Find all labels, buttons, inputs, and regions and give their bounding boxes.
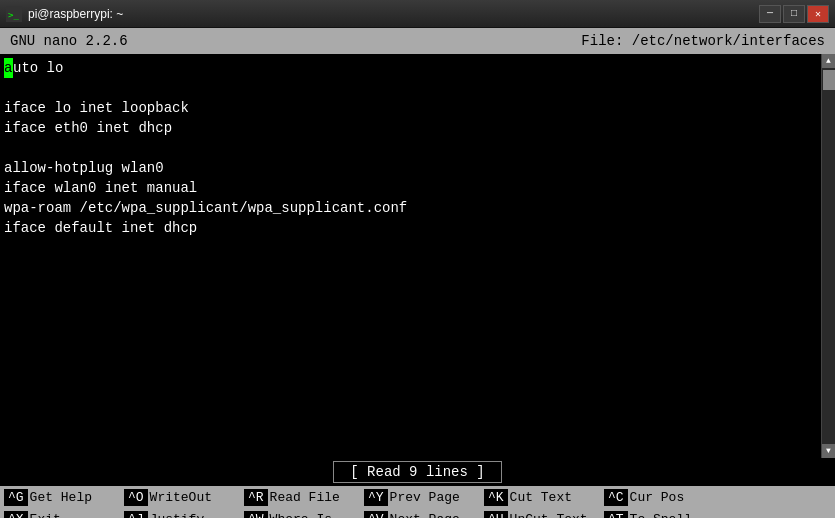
scrollbar-up-button[interactable]: ▲ [822,54,836,68]
editor-line: iface wlan0 inet manual [4,178,817,198]
shortcut-label: Cut Text [510,490,572,505]
shortcut-key: ^U [484,511,508,519]
shortcut-key: ^K [484,489,508,506]
editor-line: wpa-roam /etc/wpa_supplicant/wpa_supplic… [4,198,817,218]
shortcut-key: ^X [4,511,28,519]
title-bar-buttons: ─ □ ✕ [759,5,829,23]
shortcut-item[interactable]: ^O WriteOut [124,486,244,508]
shortcut-item[interactable]: ^J Justify [124,508,244,518]
editor-line: auto lo [4,58,817,78]
shortcut-key: ^O [124,489,148,506]
shortcut-key: ^W [244,511,268,519]
shortcut-item[interactable]: ^Y Prev Page [364,486,484,508]
status-bar: [ Read 9 lines ] [0,458,835,486]
close-button[interactable]: ✕ [807,5,829,23]
editor-area[interactable]: auto loiface lo inet loopbackiface eth0 … [0,54,835,458]
scrollbar-down-button[interactable]: ▼ [822,444,836,458]
nano-header: GNU nano 2.2.6 File: /etc/network/interf… [0,28,835,54]
shortcut-item[interactable]: ^K Cut Text [484,486,604,508]
shortcut-key: ^V [364,511,388,519]
shortcut-label: Read File [270,490,340,505]
shortcut-item[interactable]: ^T To Spell [604,508,724,518]
editor-content: auto loiface lo inet loopbackiface eth0 … [4,58,817,238]
shortcut-item[interactable]: ^W Where Is [244,508,364,518]
scrollbar: ▲ ▼ [821,54,835,458]
shortcut-item[interactable]: ^C Cur Pos [604,486,724,508]
editor-line: allow-hotplug wlan0 [4,158,817,178]
title-bar-text: pi@raspberrypi: ~ [28,7,123,21]
nano-filename: File: /etc/network/interfaces [581,33,825,49]
nano-version: GNU nano 2.2.6 [10,33,128,49]
shortcut-label: Next Page [390,512,460,519]
shortcut-key: ^R [244,489,268,506]
shortcut-label: Exit [30,512,61,519]
shortcut-key: ^C [604,489,628,506]
cursor: a [4,58,13,78]
scrollbar-thumb[interactable] [823,70,835,90]
editor-line [4,78,817,98]
shortcut-item[interactable]: ^R Read File [244,486,364,508]
shortcut-bar-1: ^G Get Help^O WriteOut^R Read File^Y Pre… [0,486,835,508]
shortcut-item[interactable]: ^U UnCut Text [484,508,604,518]
shortcut-key: ^G [4,489,28,506]
shortcut-label: Justify [150,512,205,519]
maximize-button[interactable]: □ [783,5,805,23]
shortcut-label: WriteOut [150,490,212,505]
shortcut-label: Prev Page [390,490,460,505]
shortcut-item[interactable]: ^V Next Page [364,508,484,518]
editor-line [4,138,817,158]
shortcut-key: ^J [124,511,148,519]
editor-line: iface default inet dhcp [4,218,817,238]
minimize-button[interactable]: ─ [759,5,781,23]
title-bar: >_ pi@raspberrypi: ~ ─ □ ✕ [0,0,835,28]
title-bar-left: >_ pi@raspberrypi: ~ [6,6,123,22]
terminal-icon: >_ [6,6,22,22]
svg-text:>_: >_ [8,10,19,20]
editor-line: iface eth0 inet dhcp [4,118,817,138]
shortcut-item[interactable]: ^G Get Help [4,486,124,508]
shortcut-item[interactable]: ^X Exit [4,508,124,518]
shortcut-label: Get Help [30,490,92,505]
editor-line: iface lo inet loopback [4,98,817,118]
shortcut-label: To Spell [630,512,692,519]
shortcut-label: Cur Pos [630,490,685,505]
shortcut-label: Where Is [270,512,332,519]
shortcut-key: ^T [604,511,628,519]
shortcut-key: ^Y [364,489,388,506]
shortcut-label: UnCut Text [510,512,588,519]
shortcut-bar-2: ^X Exit^J Justify^W Where Is^V Next Page… [0,508,835,518]
status-message: [ Read 9 lines ] [333,461,501,483]
